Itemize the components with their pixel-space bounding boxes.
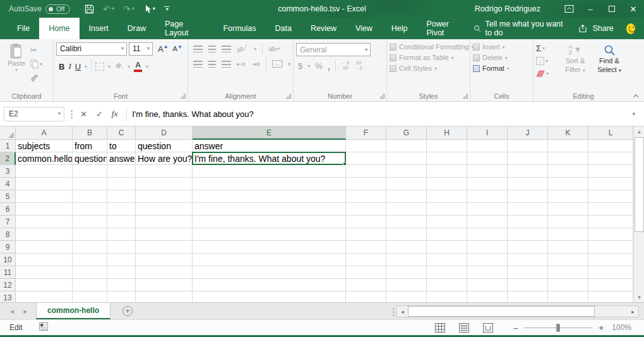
- cell-E3[interactable]: [193, 165, 346, 178]
- cell-H8[interactable]: [427, 228, 467, 241]
- cell-A1[interactable]: subjects: [16, 140, 73, 152]
- cell-E4[interactable]: [193, 178, 346, 190]
- cell-I13[interactable]: [467, 291, 508, 302]
- row-header-6[interactable]: 6: [0, 203, 16, 216]
- increase-font-size-button[interactable]: A▲: [158, 44, 169, 54]
- cell-G12[interactable]: [386, 279, 427, 291]
- cell-A11[interactable]: [16, 266, 73, 279]
- cell-I2[interactable]: [467, 152, 508, 165]
- orientation-button[interactable]: ab⟋: [236, 43, 249, 54]
- cell-K12[interactable]: [548, 279, 588, 291]
- cell-I7[interactable]: [467, 216, 508, 228]
- cell-H1[interactable]: [427, 140, 467, 152]
- tab-view[interactable]: View: [346, 18, 382, 39]
- cell-K7[interactable]: [548, 216, 588, 228]
- cell-C10[interactable]: [107, 254, 136, 266]
- cell-G2[interactable]: [386, 152, 427, 165]
- tab-page-layout[interactable]: Page Layout: [155, 18, 214, 39]
- cell-E10[interactable]: [193, 254, 346, 266]
- format-as-table-button[interactable]: Format as Table▾: [390, 54, 467, 61]
- tab-file[interactable]: File: [8, 18, 39, 39]
- percent-style-button[interactable]: %: [315, 61, 323, 71]
- cell-K2[interactable]: [548, 152, 588, 165]
- row-header-1[interactable]: 1: [0, 140, 16, 152]
- cell-J10[interactable]: [508, 254, 548, 266]
- row-header-5[interactable]: 5: [0, 190, 16, 203]
- cell-B13[interactable]: [73, 291, 107, 302]
- bold-button[interactable]: B: [59, 62, 64, 71]
- cell-E7[interactable]: [193, 216, 346, 228]
- cell-F9[interactable]: [346, 241, 386, 254]
- tell-me-search[interactable]: Tell me what you want to do: [474, 20, 566, 37]
- cell-E8[interactable]: [193, 228, 346, 241]
- cell-H7[interactable]: [427, 216, 467, 228]
- drag-handle-icon[interactable]: [393, 311, 395, 313]
- cell-A5[interactable]: [16, 190, 73, 203]
- cell-C11[interactable]: [107, 266, 136, 279]
- cell-I10[interactable]: [467, 254, 508, 266]
- cell-B10[interactable]: [73, 254, 107, 266]
- cell-L1[interactable]: [588, 140, 633, 152]
- cell-J5[interactable]: [508, 190, 548, 203]
- cell-B6[interactable]: [73, 203, 107, 216]
- zoom-level[interactable]: 100%: [610, 323, 631, 332]
- enter-button[interactable]: ✓: [96, 109, 103, 119]
- page-break-preview-button[interactable]: [483, 323, 493, 333]
- cell-K13[interactable]: [548, 291, 588, 302]
- cell-B11[interactable]: [73, 266, 107, 279]
- cell-E6[interactable]: [193, 203, 346, 216]
- cell-J9[interactable]: [508, 241, 548, 254]
- cell-K5[interactable]: [548, 190, 588, 203]
- formula-input[interactable]: I'm fine, thanks. What about you?: [132, 109, 627, 119]
- close-button[interactable]: ✕: [623, 0, 644, 18]
- column-header-K[interactable]: K: [548, 126, 588, 140]
- row-header-3[interactable]: 3: [0, 165, 16, 178]
- cell-I9[interactable]: [467, 241, 508, 254]
- conditional-formatting-button[interactable]: Conditional Formatting▾: [390, 43, 467, 51]
- qat-customize-button[interactable]: ▾: [161, 1, 172, 16]
- cell-E2[interactable]: I'm fine, thanks. What about you?: [193, 152, 346, 165]
- find-select-button[interactable]: Find & Select ▾: [593, 41, 626, 91]
- vertical-scrollbar-thumb[interactable]: [635, 137, 644, 232]
- column-header-G[interactable]: G: [386, 126, 427, 140]
- insert-cells-button[interactable]: Insert▾: [473, 43, 530, 51]
- cell-A10[interactable]: [16, 254, 73, 266]
- cell-I4[interactable]: [467, 178, 508, 190]
- cell-K11[interactable]: [548, 266, 588, 279]
- zoom-slider[interactable]: [524, 328, 592, 328]
- page-layout-view-button[interactable]: [459, 323, 469, 333]
- cell-J13[interactable]: [508, 291, 548, 302]
- cut-button[interactable]: ✂: [30, 44, 42, 56]
- paste-button[interactable]: Paste ▾: [3, 41, 30, 91]
- cell-L13[interactable]: [588, 291, 633, 302]
- vertical-scrollbar[interactable]: ▲ ▼: [633, 126, 644, 302]
- column-header-B[interactable]: B: [73, 126, 107, 140]
- normal-view-button[interactable]: [435, 323, 445, 333]
- cell-C3[interactable]: [107, 165, 136, 178]
- cell-I12[interactable]: [467, 279, 508, 291]
- macro-record-button[interactable]: [39, 322, 48, 333]
- cell-J1[interactable]: [508, 140, 548, 152]
- cell-L11[interactable]: [588, 266, 633, 279]
- cell-B9[interactable]: [73, 241, 107, 254]
- cell-E12[interactable]: [193, 279, 346, 291]
- cell-H5[interactable]: [427, 190, 467, 203]
- cell-F2[interactable]: [346, 152, 386, 165]
- cell-J6[interactable]: [508, 203, 548, 216]
- align-bottom-button[interactable]: [222, 46, 231, 52]
- cell-H9[interactable]: [427, 241, 467, 254]
- row-header-10[interactable]: 10: [0, 254, 16, 266]
- cell-I1[interactable]: [467, 140, 508, 152]
- scroll-down-button[interactable]: ▼: [635, 292, 644, 302]
- cell-D4[interactable]: [136, 178, 193, 190]
- column-header-C[interactable]: C: [107, 126, 136, 140]
- cell-G4[interactable]: [386, 178, 427, 190]
- cell-B4[interactable]: [73, 178, 107, 190]
- scroll-right-button[interactable]: ▸: [628, 306, 638, 317]
- cell-C13[interactable]: [107, 291, 136, 302]
- delete-cells-button[interactable]: Delete▾: [473, 54, 530, 61]
- align-center-button[interactable]: [208, 61, 216, 68]
- cell-C2[interactable]: answer: [107, 152, 136, 165]
- borders-button[interactable]: [95, 63, 104, 71]
- row-header-7[interactable]: 7: [0, 216, 16, 228]
